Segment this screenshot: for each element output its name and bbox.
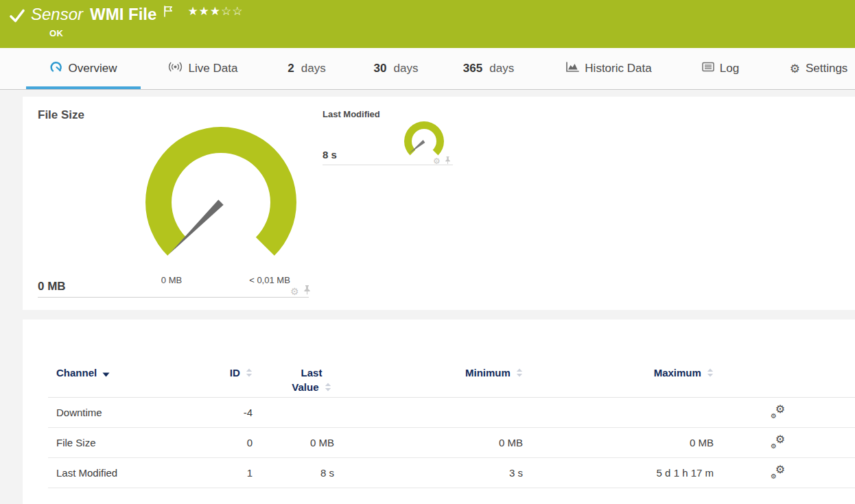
gauge-min-label: 0 MB — [144, 275, 199, 285]
gauge-settings-icon[interactable]: ⚙ — [290, 287, 299, 296]
cell-maximum: 0 MB — [523, 437, 714, 448]
cell-minimum: 3 s — [334, 467, 523, 479]
tab-historic-data[interactable]: Historic Data — [559, 48, 659, 89]
status-ok-check-icon — [9, 8, 25, 27]
live-broadcast-icon — [167, 62, 183, 75]
column-header-last-value[interactable]: Last Value — [253, 365, 334, 395]
cell-id: 0 — [213, 437, 253, 448]
table-row-file-size[interactable]: File Size 0 0 MB 0 MB 0 MB ⚙⚙ — [48, 428, 855, 458]
sensor-overview-page: Sensor WMI File ★★★☆☆ OK Overview Live D… — [0, 0, 855, 504]
gauge-icon — [50, 61, 63, 77]
cell-channel: Downtime — [56, 407, 213, 418]
tab-live-data[interactable]: Live Data — [163, 48, 242, 89]
column-header-maximum[interactable]: Maximum — [523, 365, 714, 381]
pin-icon[interactable] — [303, 285, 311, 298]
tab-log[interactable]: Log — [699, 48, 742, 89]
tab-number: 365 — [463, 62, 482, 75]
file-size-gauge — [139, 120, 303, 287]
table-row-last-modified[interactable]: Last Modified 1 8 s 3 s 5 d 1 h 17 m ⚙⚙ — [48, 458, 855, 488]
column-header-id[interactable]: ID — [213, 365, 253, 381]
cell-id: -4 — [213, 407, 253, 418]
tab-label: Historic Data — [585, 62, 651, 75]
stars-filled: ★★★ — [187, 5, 221, 18]
channel-settings-icon[interactable]: ⚙⚙ — [770, 406, 785, 419]
tab-label: days — [301, 62, 326, 75]
sort-updown-icon — [707, 368, 714, 379]
tab-bar: Overview Live Data 2 days 30 days 365 da… — [0, 48, 855, 90]
sort-updown-icon — [516, 368, 523, 379]
tab-settings[interactable]: ⚙ Settings — [785, 48, 852, 89]
gauge-arc — [404, 121, 444, 156]
active-tab-indicator — [26, 86, 141, 89]
log-list-icon — [702, 62, 714, 75]
tab-label: Log — [720, 62, 739, 75]
cell-maximum: 5 d 1 h 17 m — [523, 467, 714, 479]
divider — [323, 165, 453, 165]
tab-label: Live Data — [189, 62, 238, 75]
column-header-minimum[interactable]: Minimum — [334, 365, 523, 381]
column-header-channel[interactable]: Channel — [56, 365, 213, 381]
cell-minimum: 0 MB — [334, 437, 523, 448]
file-size-gauge-tools: ⚙ — [290, 285, 311, 298]
table-header-row: Channel ID Last Value — [48, 361, 855, 398]
sort-updown-icon — [246, 368, 253, 379]
gear-icon: ⚙ — [790, 63, 800, 75]
tab-label: days — [394, 62, 419, 75]
cell-id: 1 — [213, 467, 253, 479]
stars-empty: ☆☆ — [221, 5, 243, 18]
last-modified-gauge-tools: ⚙ — [433, 155, 451, 167]
file-size-gauge-title: File Size — [38, 108, 84, 122]
table-row-downtime[interactable]: Downtime -4 ⚙⚙ — [48, 398, 855, 428]
tab-label: days — [489, 62, 514, 75]
sensor-status-header: Sensor WMI File ★★★☆☆ OK — [0, 0, 855, 48]
sort-caret-down-icon — [102, 368, 110, 379]
tab-2-days[interactable]: 2 days — [280, 48, 333, 89]
sensor-title-row: Sensor WMI File ★★★☆☆ — [9, 4, 244, 27]
cell-channel: Last Modified — [56, 467, 213, 479]
last-modified-gauge-title: Last Modified — [323, 109, 380, 119]
cell-channel: File Size — [56, 437, 213, 448]
priority-stars[interactable]: ★★★☆☆ — [187, 5, 243, 19]
tab-overview[interactable]: Overview — [26, 48, 141, 89]
tab-label: Overview — [69, 62, 117, 75]
flag-icon[interactable] — [163, 5, 174, 20]
tab-365-days[interactable]: 365 days — [456, 48, 521, 89]
cell-last-value: 8 s — [253, 467, 334, 479]
sort-updown-icon — [325, 382, 331, 394]
pin-icon[interactable] — [445, 155, 451, 167]
tab-number: 30 — [374, 62, 387, 75]
tab-30-days[interactable]: 30 days — [367, 48, 425, 89]
area-chart-icon — [565, 61, 579, 76]
channel-settings-icon[interactable]: ⚙⚙ — [770, 436, 785, 449]
file-size-current-value: 0 MB — [38, 280, 66, 293]
overview-gauges-panel: File Size 0 MB < 0,01 MB 0 MB ⚙ Last Mod… — [23, 97, 855, 310]
last-modified-current-value: 8 s — [323, 149, 337, 160]
tab-number: 2 — [288, 62, 294, 75]
tab-label: Settings — [806, 62, 847, 75]
gauge-arc — [145, 127, 296, 256]
channel-settings-icon[interactable]: ⚙⚙ — [770, 466, 785, 479]
divider — [38, 297, 309, 298]
gauge-max-label: < 0,01 MB — [237, 275, 302, 285]
sensor-name: WMI File — [90, 4, 156, 25]
sensor-status-text: OK — [49, 28, 63, 38]
object-kind-label: Sensor — [31, 4, 83, 25]
channel-table: Channel ID Last Value — [48, 361, 855, 488]
channel-table-panel: Channel ID Last Value — [23, 320, 855, 504]
cell-last-value: 0 MB — [253, 437, 334, 448]
